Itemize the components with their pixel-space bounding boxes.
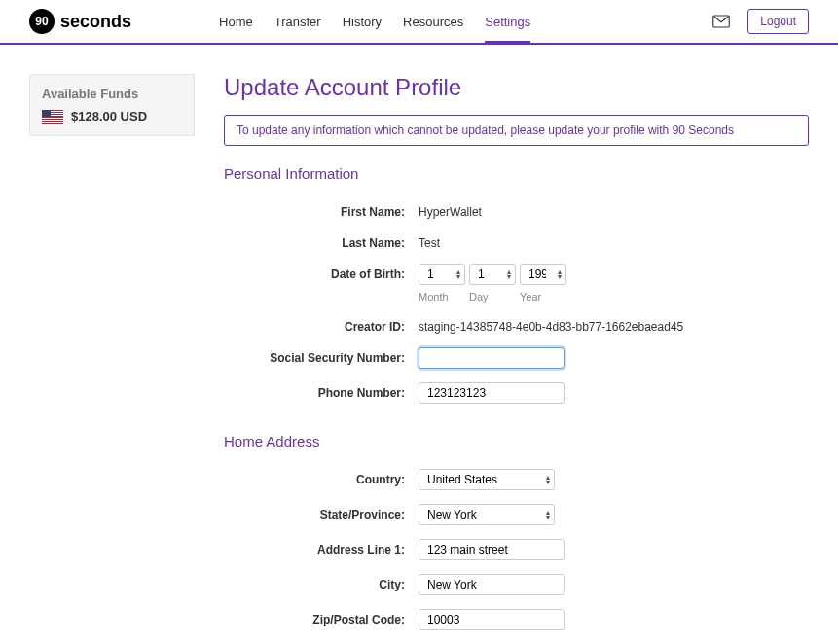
last-name-label: Last Name:	[224, 233, 419, 250]
sidebar: Available Funds $128.00 USD	[29, 74, 195, 644]
dob-day-hint: Day	[469, 291, 516, 303]
creator-id-value: staging-14385748-4e0b-4d83-bb77-1662ebae…	[419, 316, 683, 334]
row-first-name: First Name: HyperWallet	[224, 201, 809, 219]
row-state: State/Province: New York ▴▾	[224, 504, 809, 525]
brand-name: seconds	[60, 12, 131, 32]
row-creator-id: Creator ID: staging-14385748-4e0b-4d83-b…	[224, 316, 809, 334]
us-flag-icon	[42, 110, 63, 124]
info-banner: To update any information which cannot b…	[224, 115, 809, 146]
first-name-value: HyperWallet	[419, 201, 482, 219]
ssn-input[interactable]	[419, 347, 565, 369]
page-title: Update Account Profile	[224, 74, 809, 101]
zip-label: Zip/Postal Code:	[224, 609, 419, 626]
state-select[interactable]: New York	[419, 504, 555, 525]
dob-hints: Month Day Year	[419, 291, 809, 303]
phone-label: Phone Number:	[224, 382, 419, 400]
dob-field: 1 ▴▾ 1 ▴▾ 1990 ▴▾ Month Day Year	[419, 264, 809, 303]
dob-label: Date of Birth:	[224, 264, 419, 281]
row-city: City:	[224, 574, 809, 595]
line1-label: Address Line 1:	[224, 539, 419, 556]
dob-month-hint: Month	[419, 291, 465, 303]
state-label: State/Province:	[224, 504, 419, 521]
row-address-line1: Address Line 1:	[224, 539, 809, 560]
row-country: Country: United States ▴▾	[224, 469, 809, 490]
dob-month-select[interactable]: 1	[419, 264, 465, 285]
container: Available Funds $128.00 USD Update Accou…	[0, 45, 838, 644]
city-input[interactable]	[419, 574, 565, 595]
section-address-title: Home Address	[224, 433, 809, 449]
creator-id-label: Creator ID:	[224, 316, 419, 334]
mail-icon[interactable]	[712, 15, 730, 28]
city-label: City:	[224, 574, 419, 591]
funds-card: Available Funds $128.00 USD	[29, 74, 195, 136]
row-dob: Date of Birth: 1 ▴▾ 1 ▴▾ 1990 ▴▾	[224, 264, 809, 303]
country-label: Country:	[224, 469, 419, 486]
dob-day-select[interactable]: 1	[469, 264, 516, 285]
row-ssn: Social Security Number:	[224, 347, 809, 369]
zip-input[interactable]	[419, 609, 565, 630]
logo-badge-icon: 90	[29, 9, 55, 34]
nav-home[interactable]: Home	[219, 3, 253, 41]
nav-history[interactable]: History	[343, 3, 382, 41]
funds-row: $128.00 USD	[42, 109, 182, 124]
row-zip: Zip/Postal Code:	[224, 609, 809, 630]
funds-title: Available Funds	[42, 87, 182, 101]
row-phone: Phone Number:	[224, 382, 809, 404]
phone-input[interactable]	[419, 382, 565, 404]
main-content: Update Account Profile To update any inf…	[224, 74, 809, 644]
first-name-label: First Name:	[224, 201, 419, 219]
dob-selects: 1 ▴▾ 1 ▴▾ 1990 ▴▾	[419, 264, 809, 285]
last-name-value: Test	[419, 233, 440, 250]
funds-amount: $128.00 USD	[71, 109, 147, 124]
dob-year-select[interactable]: 1990	[520, 264, 566, 285]
brand-logo: 90 seconds	[29, 9, 131, 34]
section-personal-title: Personal Information	[224, 165, 809, 182]
nav-resources[interactable]: Resources	[403, 3, 463, 41]
address-line1-input[interactable]	[419, 539, 565, 560]
main-nav: Home Transfer History Resources Settings	[219, 3, 530, 41]
nav-settings[interactable]: Settings	[485, 3, 530, 43]
ssn-label: Social Security Number:	[224, 347, 419, 365]
country-select[interactable]: United States	[419, 469, 555, 490]
dob-year-hint: Year	[520, 291, 566, 303]
logout-button[interactable]: Logout	[747, 9, 809, 34]
nav-transfer[interactable]: Transfer	[274, 3, 321, 41]
header: 90 seconds Home Transfer History Resourc…	[0, 0, 838, 45]
row-last-name: Last Name: Test	[224, 233, 809, 250]
header-right: Logout	[712, 9, 809, 34]
